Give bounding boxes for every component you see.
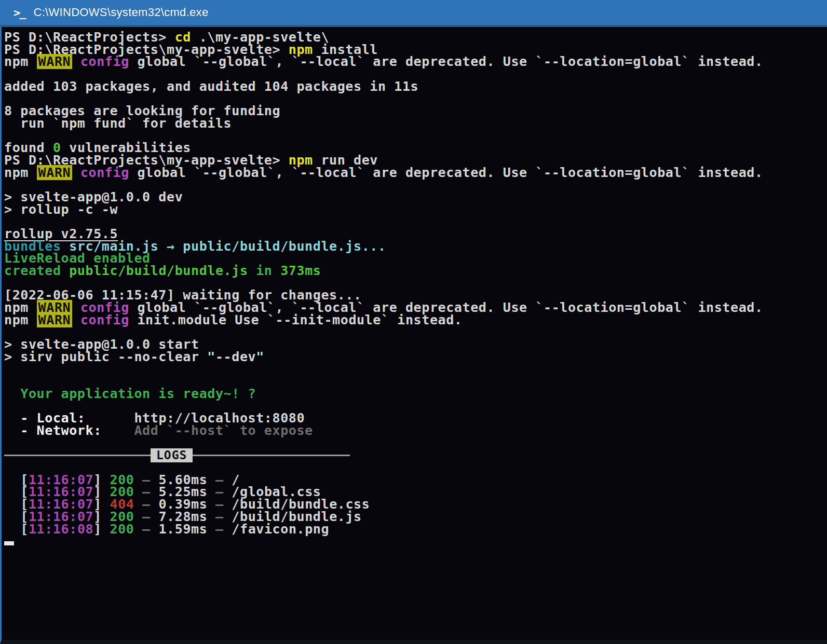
terminal-line: run `npm fund` for details (4, 117, 827, 130)
terminal-text-segment: – (207, 522, 232, 537)
terminal-text-segment: – (134, 522, 158, 537)
powershell-icon: >_ (13, 6, 25, 19)
terminal-text-segment: public/build/bundle.js (69, 263, 256, 278)
logs-divider-rule (4, 455, 151, 456)
terminal-cursor (4, 541, 14, 545)
terminal-text-segment: in (256, 263, 280, 278)
terminal-text-segment (102, 423, 134, 438)
terminal-text-segment: > sirv public --no-clear "--dev" (4, 349, 264, 364)
terminal-text-segment: run `npm fund` for details (4, 116, 232, 131)
terminal-text-segment: Add `--host` to expose (134, 423, 313, 438)
terminal-text-segment (72, 312, 80, 327)
terminal-text-segment: Your application is ready~! ? (4, 386, 256, 401)
terminal-text-segment: config (80, 312, 129, 327)
terminal-text-segment: WARN (37, 54, 73, 69)
terminal-line: added 103 packages, and audited 104 pack… (4, 80, 827, 93)
terminal-line (4, 215, 827, 228)
terminal-text-segment: - Network: (4, 423, 102, 438)
terminal-text-segment: global `--global`, `--local` are depreca… (129, 165, 763, 180)
terminal-text-segment: config (80, 54, 129, 69)
terminal-text-segment: 373ms (280, 263, 321, 278)
window-title: C:\WINDOWS\system32\cmd.exe (34, 6, 209, 19)
logs-divider: LOGS (4, 449, 350, 461)
title-bar[interactable]: >_ C:\WINDOWS\system32\cmd.exe (0, 0, 827, 27)
terminal-cursor-row (4, 535, 827, 547)
terminal-text-segment (72, 165, 80, 180)
logs-divider-label: LOGS (151, 448, 193, 462)
terminal-text-segment: [ (4, 522, 29, 537)
terminal-text-segment: global `--global`, `--local` are depreca… (129, 54, 763, 69)
terminal-text-segment: 200 (110, 522, 134, 537)
terminal-line (4, 363, 827, 376)
terminal-text-segment: ] (93, 522, 110, 537)
terminal-line: > svelte-app@1.0.0 dev (4, 191, 827, 203)
terminal-text-segment: WARN (37, 165, 73, 180)
logs-divider-rule (193, 455, 350, 456)
terminal-screen[interactable]: PS D:\ReactProjects> cd .\my-app-svelte\… (0, 27, 827, 644)
terminal-text-segment: init.module Use `--init-module` instead. (129, 312, 463, 327)
terminal-text-segment: 11:16:08 (29, 522, 93, 537)
terminal-window: >_ C:\WINDOWS\system32\cmd.exe PS D:\Rea… (0, 0, 827, 644)
terminal-line: > rollup -c -w (4, 203, 827, 216)
terminal-line: npm WARN config init.module Use `--init-… (4, 314, 827, 326)
terminal-line: > sirv public --no-clear "--dev" (4, 351, 827, 363)
terminal-text-segment: WARN (37, 312, 73, 327)
terminal-line: [11:16:08] 200 – 1.59ms – /favicon.png (4, 523, 827, 536)
terminal-text-segment (72, 54, 80, 69)
terminal-text-segment: config (80, 165, 129, 180)
terminal-line: npm WARN config global `--global`, `--lo… (4, 167, 827, 179)
terminal-text-segment: > rollup -c -w (4, 202, 118, 217)
terminal-text-segment: /favicon.png (232, 522, 329, 537)
terminal-line (4, 437, 827, 449)
terminal-line: Your application is ready~! ? (4, 388, 827, 400)
terminal-text-segment: added 103 packages, and audited 104 pack… (4, 79, 418, 94)
terminal-text-segment: 1.59ms (158, 522, 207, 537)
terminal-line: - Network: Add `--host` to expose (4, 424, 827, 437)
terminal-text-segment: created (4, 263, 69, 278)
terminal-line: npm WARN config global `--global`, `--lo… (4, 56, 827, 68)
terminal-line: created public/build/bundle.js in 373ms (4, 265, 827, 277)
